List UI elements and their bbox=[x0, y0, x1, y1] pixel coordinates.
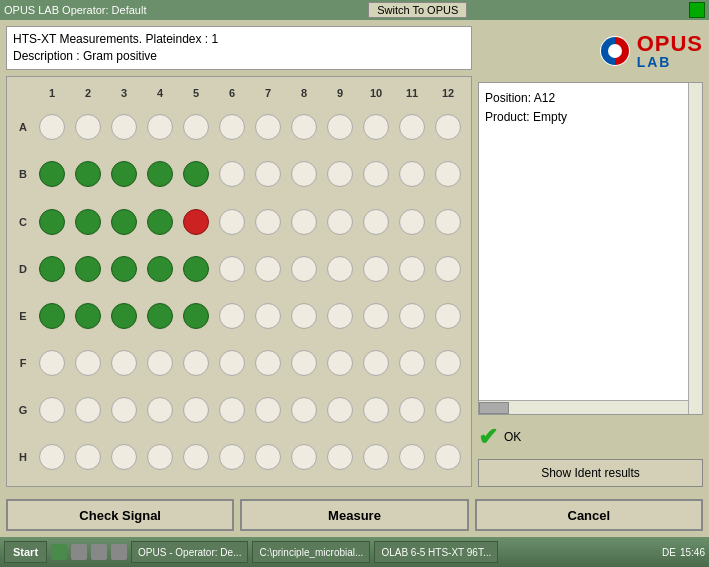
well-E5[interactable] bbox=[183, 303, 209, 329]
well-E10[interactable] bbox=[363, 303, 389, 329]
well-B2[interactable] bbox=[75, 161, 101, 187]
well-C9[interactable] bbox=[327, 209, 353, 235]
well-F2[interactable] bbox=[75, 350, 101, 376]
taskbar-item-principle[interactable]: C:\principle_microbial... bbox=[252, 541, 370, 563]
well-B11[interactable] bbox=[399, 161, 425, 187]
well-C7[interactable] bbox=[255, 209, 281, 235]
show-ident-results-button[interactable]: Show Ident results bbox=[478, 459, 703, 487]
taskbar-icon-1[interactable] bbox=[51, 544, 67, 560]
well-B6[interactable] bbox=[219, 161, 245, 187]
taskbar-icon-3[interactable] bbox=[91, 544, 107, 560]
well-F11[interactable] bbox=[399, 350, 425, 376]
well-A3[interactable] bbox=[111, 114, 137, 140]
well-H11[interactable] bbox=[399, 444, 425, 470]
well-A4[interactable] bbox=[147, 114, 173, 140]
well-H12[interactable] bbox=[435, 444, 461, 470]
well-A5[interactable] bbox=[183, 114, 209, 140]
well-A9[interactable] bbox=[327, 114, 353, 140]
well-A10[interactable] bbox=[363, 114, 389, 140]
well-G12[interactable] bbox=[435, 397, 461, 423]
well-G6[interactable] bbox=[219, 397, 245, 423]
well-A7[interactable] bbox=[255, 114, 281, 140]
well-E12[interactable] bbox=[435, 303, 461, 329]
well-G3[interactable] bbox=[111, 397, 137, 423]
well-G9[interactable] bbox=[327, 397, 353, 423]
well-D11[interactable] bbox=[399, 256, 425, 282]
start-button[interactable]: Start bbox=[4, 541, 47, 563]
well-A8[interactable] bbox=[291, 114, 317, 140]
well-B5[interactable] bbox=[183, 161, 209, 187]
well-E8[interactable] bbox=[291, 303, 317, 329]
well-F3[interactable] bbox=[111, 350, 137, 376]
well-G11[interactable] bbox=[399, 397, 425, 423]
well-F4[interactable] bbox=[147, 350, 173, 376]
well-B4[interactable] bbox=[147, 161, 173, 187]
well-D6[interactable] bbox=[219, 256, 245, 282]
well-F1[interactable] bbox=[39, 350, 65, 376]
well-A12[interactable] bbox=[435, 114, 461, 140]
h-scroll-thumb[interactable] bbox=[479, 402, 509, 414]
well-D10[interactable] bbox=[363, 256, 389, 282]
well-H7[interactable] bbox=[255, 444, 281, 470]
well-D9[interactable] bbox=[327, 256, 353, 282]
cancel-button[interactable]: Cancel bbox=[475, 499, 703, 531]
well-H10[interactable] bbox=[363, 444, 389, 470]
well-H6[interactable] bbox=[219, 444, 245, 470]
taskbar-icon-4[interactable] bbox=[111, 544, 127, 560]
well-D5[interactable] bbox=[183, 256, 209, 282]
check-signal-button[interactable]: Check Signal bbox=[6, 499, 234, 531]
well-G1[interactable] bbox=[39, 397, 65, 423]
well-E6[interactable] bbox=[219, 303, 245, 329]
well-A11[interactable] bbox=[399, 114, 425, 140]
well-F6[interactable] bbox=[219, 350, 245, 376]
well-B1[interactable] bbox=[39, 161, 65, 187]
well-D7[interactable] bbox=[255, 256, 281, 282]
well-G8[interactable] bbox=[291, 397, 317, 423]
well-C4[interactable] bbox=[147, 209, 173, 235]
well-F10[interactable] bbox=[363, 350, 389, 376]
taskbar-item-olab[interactable]: OLAB 6-5 HTS-XT 96T... bbox=[374, 541, 498, 563]
well-H1[interactable] bbox=[39, 444, 65, 470]
well-B3[interactable] bbox=[111, 161, 137, 187]
well-D8[interactable] bbox=[291, 256, 317, 282]
well-E3[interactable] bbox=[111, 303, 137, 329]
measure-button[interactable]: Measure bbox=[240, 499, 468, 531]
well-F7[interactable] bbox=[255, 350, 281, 376]
vertical-scrollbar[interactable] bbox=[688, 83, 702, 414]
horizontal-scrollbar[interactable] bbox=[479, 400, 688, 414]
well-H5[interactable] bbox=[183, 444, 209, 470]
taskbar-icon-2[interactable] bbox=[71, 544, 87, 560]
well-B8[interactable] bbox=[291, 161, 317, 187]
well-G5[interactable] bbox=[183, 397, 209, 423]
well-D2[interactable] bbox=[75, 256, 101, 282]
well-C10[interactable] bbox=[363, 209, 389, 235]
well-G7[interactable] bbox=[255, 397, 281, 423]
well-C2[interactable] bbox=[75, 209, 101, 235]
well-C12[interactable] bbox=[435, 209, 461, 235]
well-A6[interactable] bbox=[219, 114, 245, 140]
well-H4[interactable] bbox=[147, 444, 173, 470]
well-C1[interactable] bbox=[39, 209, 65, 235]
well-C6[interactable] bbox=[219, 209, 245, 235]
well-A1[interactable] bbox=[39, 114, 65, 140]
well-H9[interactable] bbox=[327, 444, 353, 470]
well-H3[interactable] bbox=[111, 444, 137, 470]
well-B12[interactable] bbox=[435, 161, 461, 187]
taskbar-item-opus[interactable]: OPUS - Operator: De... bbox=[131, 541, 248, 563]
well-H8[interactable] bbox=[291, 444, 317, 470]
well-A2[interactable] bbox=[75, 114, 101, 140]
well-G2[interactable] bbox=[75, 397, 101, 423]
well-C5[interactable] bbox=[183, 209, 209, 235]
well-E2[interactable] bbox=[75, 303, 101, 329]
well-E7[interactable] bbox=[255, 303, 281, 329]
well-E11[interactable] bbox=[399, 303, 425, 329]
well-F8[interactable] bbox=[291, 350, 317, 376]
well-H2[interactable] bbox=[75, 444, 101, 470]
well-E1[interactable] bbox=[39, 303, 65, 329]
well-F12[interactable] bbox=[435, 350, 461, 376]
well-E9[interactable] bbox=[327, 303, 353, 329]
well-G4[interactable] bbox=[147, 397, 173, 423]
well-D3[interactable] bbox=[111, 256, 137, 282]
switch-to-opus-button[interactable]: Switch To OPUS bbox=[368, 2, 467, 18]
well-C3[interactable] bbox=[111, 209, 137, 235]
